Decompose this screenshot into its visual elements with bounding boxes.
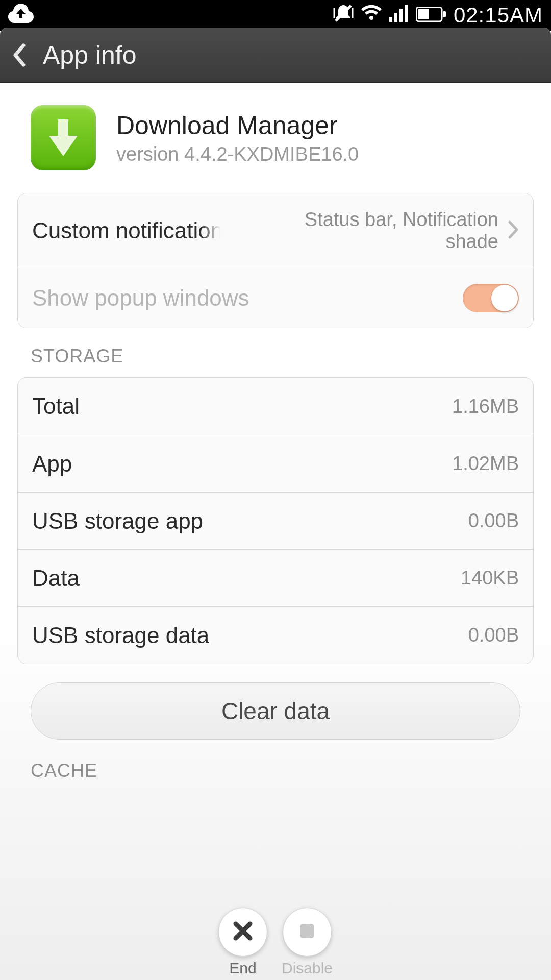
stop-icon (297, 921, 317, 943)
status-time: 02:15AM (454, 3, 543, 28)
app-header: Download Manager version 4.4.2-KXDMIBE16… (0, 83, 551, 193)
storage-row-value: 1.16MB (452, 396, 519, 418)
action-dock: End Disable (0, 908, 551, 980)
storage-row-label: Data (32, 566, 80, 591)
disable-button[interactable]: Disable (282, 908, 333, 977)
end-label: End (229, 960, 256, 977)
download-manager-app-icon (31, 105, 96, 170)
custom-notifications-value: Status bar, Notification shade (279, 209, 498, 253)
app-version: version 4.4.2-KXDMIBE16.0 (116, 143, 359, 165)
storage-row-value: 140KB (461, 567, 519, 589)
storage-row-total: Total 1.16MB (18, 378, 533, 435)
settings-card: Custom notifications Status bar, Notific… (17, 193, 534, 328)
custom-notifications-label: Custom notifications (32, 218, 221, 243)
svg-rect-5 (399, 9, 403, 22)
svg-rect-10 (300, 924, 314, 938)
close-icon (232, 920, 254, 944)
cloud-upload-icon (8, 4, 34, 28)
svg-rect-6 (405, 5, 408, 22)
storage-row-value: 0.00B (468, 510, 519, 532)
storage-row-data: Data 140KB (18, 549, 533, 606)
disable-label: Disable (282, 960, 333, 977)
storage-row-usb-app: USB storage app 0.00B (18, 492, 533, 549)
svg-rect-3 (389, 17, 392, 22)
show-popup-windows-toggle[interactable] (463, 284, 519, 312)
cache-section-title: CACHE (31, 760, 520, 781)
svg-rect-9 (443, 11, 446, 17)
clear-data-button[interactable]: Clear data (31, 682, 520, 740)
svg-rect-4 (394, 13, 397, 22)
signal-icon (389, 5, 409, 27)
show-popup-windows-row[interactable]: Show popup windows (18, 268, 533, 328)
wifi-icon (361, 5, 382, 27)
storage-row-label: App (32, 451, 72, 477)
status-bar: 02:15AM (0, 0, 551, 31)
clear-data-label: Clear data (221, 697, 330, 725)
svg-rect-8 (418, 9, 429, 19)
header-bar: App info (0, 28, 551, 83)
app-name: Download Manager (116, 111, 359, 140)
back-icon[interactable] (12, 41, 31, 69)
battery-icon (416, 5, 446, 27)
storage-row-value: 0.00B (468, 624, 519, 646)
storage-card: Total 1.16MB App 1.02MB USB storage app … (17, 377, 534, 664)
show-popup-windows-label: Show popup windows (32, 285, 249, 311)
storage-section-title: STORAGE (31, 346, 520, 367)
content: Download Manager version 4.4.2-KXDMIBE16… (0, 83, 551, 980)
storage-row-label: Total (32, 394, 80, 419)
page-title: App info (43, 40, 136, 70)
custom-notifications-row[interactable]: Custom notifications Status bar, Notific… (18, 193, 533, 268)
vibrate-off-icon (333, 3, 354, 28)
storage-row-app: App 1.02MB (18, 435, 533, 492)
storage-row-value: 1.02MB (452, 453, 519, 475)
storage-row-usb-data: USB storage data 0.00B (18, 606, 533, 664)
storage-row-label: USB storage app (32, 508, 203, 534)
chevron-right-icon (508, 220, 519, 241)
storage-row-label: USB storage data (32, 623, 209, 648)
end-button[interactable]: End (218, 908, 267, 977)
